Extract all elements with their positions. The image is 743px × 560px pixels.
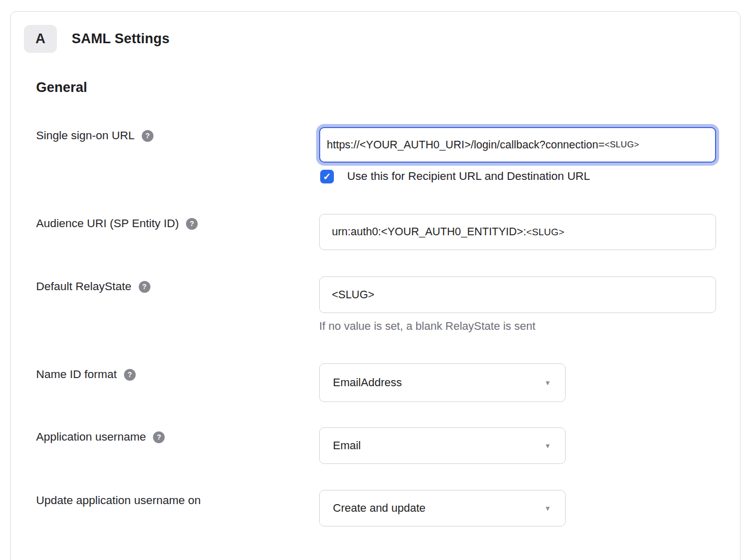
update-username-select[interactable]: Create and update ▼	[319, 490, 566, 526]
help-icon[interactable]: ?	[139, 281, 150, 293]
chevron-down-icon: ▼	[544, 442, 551, 450]
update-username-label-row: Update application username on	[36, 494, 201, 507]
name-id-format-label: Name ID format	[36, 368, 117, 381]
recipient-url-checkbox[interactable]: ✓	[320, 170, 334, 183]
checkmark-icon: ✓	[323, 171, 331, 182]
update-username-value: Create and update	[333, 502, 425, 515]
app-username-value: Email	[333, 439, 361, 452]
chevron-down-icon: ▼	[544, 379, 551, 387]
relaystate-label: Default RelayState	[36, 280, 132, 293]
help-icon[interactable]: ?	[142, 130, 153, 142]
help-icon[interactable]: ?	[124, 369, 136, 381]
sso-url-label-row: Single sign-on URL ?	[36, 129, 153, 142]
section-title-general: General	[36, 80, 87, 96]
audience-uri-label-row: Audience URI (SP Entity ID) ?	[36, 217, 198, 230]
app-username-select[interactable]: Email ▼	[319, 427, 566, 464]
audience-uri-input[interactable]: urn:auth0:<YOUR_AUTH0_ENTITYID>:<SLUG>	[319, 214, 716, 250]
sso-url-input[interactable]: https://<YOUR_AUTH0_URI>/login/callback?…	[319, 127, 716, 163]
page: A SAML Settings General Single sign-on U…	[0, 0, 743, 560]
name-id-format-label-row: Name ID format ?	[36, 368, 136, 381]
sso-url-label: Single sign-on URL	[36, 129, 135, 142]
name-id-format-value: EmailAddress	[333, 376, 402, 389]
app-username-label-row: Application username ?	[36, 430, 165, 444]
sso-url-value-slug: <SLUG>	[605, 140, 639, 150]
audience-uri-value-slug: <SLUG>	[526, 227, 564, 238]
audience-uri-value: urn:auth0:<YOUR_AUTH0_ENTITYID>:	[332, 226, 526, 238]
relaystate-helper-text: If no value is set, a blank RelayState i…	[319, 320, 536, 333]
help-icon[interactable]: ?	[186, 218, 198, 230]
app-username-label: Application username	[36, 430, 146, 444]
relaystate-input[interactable]: <SLUG>	[319, 276, 716, 313]
card-title: SAML Settings	[72, 25, 170, 53]
section-letter-badge: A	[24, 25, 57, 53]
chevron-down-icon: ▼	[544, 505, 551, 512]
sso-url-value: https://<YOUR_AUTH0_URI>/login/callback?…	[327, 139, 605, 151]
update-username-label: Update application username on	[36, 494, 201, 507]
name-id-format-select[interactable]: EmailAddress ▼	[319, 363, 566, 402]
audience-uri-label: Audience URI (SP Entity ID)	[36, 217, 179, 230]
saml-settings-card: A SAML Settings General Single sign-on U…	[10, 11, 740, 560]
relaystate-label-row: Default RelayState ?	[36, 280, 150, 293]
relaystate-value: <SLUG>	[332, 289, 375, 301]
help-icon[interactable]: ?	[153, 431, 165, 443]
recipient-url-checkbox-label[interactable]: Use this for Recipient URL and Destinati…	[347, 170, 590, 183]
